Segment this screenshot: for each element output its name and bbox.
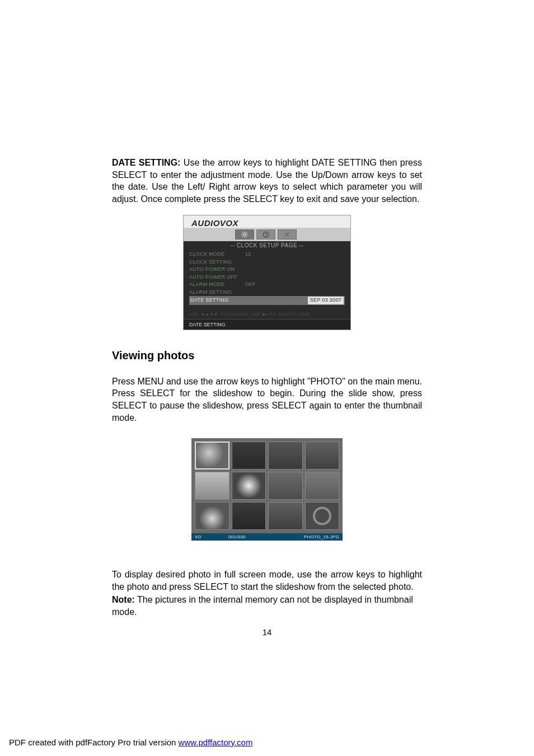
svg-line-7 <box>242 236 243 237</box>
page-number: 14 <box>112 627 422 637</box>
note-paragraph: Note: The pictures in the internal memor… <box>112 594 422 618</box>
menu-row: ALARM SETTING <box>189 289 345 297</box>
date-setting-heading: DATE SETTING: <box>112 158 180 167</box>
screenshot-title: -- CLOCK SETUP PAGE -- <box>184 241 350 250</box>
thumbnail <box>232 472 266 500</box>
menu-row: AUTO POWER ON <box>189 266 345 274</box>
thumbnail-selected <box>195 442 229 469</box>
thumbnail <box>268 472 303 500</box>
footer-prefix: PDF created with pdfFactory Pro trial ve… <box>9 738 179 747</box>
menu-row: CLOCK SETTING <box>189 259 345 266</box>
figure-2-wrap: XD 001/030 PHOTO_15.JPG <box>112 438 422 541</box>
viewing-photos-paragraph: Press MENU and use the arrow keys to hig… <box>112 375 422 424</box>
status-left: XD <box>195 534 202 539</box>
status-counter: 001/030 <box>202 534 304 539</box>
svg-point-0 <box>243 233 246 236</box>
note-label: Note: <box>112 595 135 604</box>
menu-row-selected: DATE SETTING SEP 03 2007 <box>189 296 345 305</box>
menu-row: CLOCK MODE12 <box>189 251 345 259</box>
selected-value: SEP 03 2007 <box>308 297 344 304</box>
date-setting-paragraph: DATE SETTING: Use the arrow keys to high… <box>112 157 422 205</box>
svg-line-5 <box>242 232 243 233</box>
fullscreen-paragraph: To display desired photo in full screen … <box>112 569 422 593</box>
figure-1-wrap: AUDIOVOX -- CLOCK SETUP PAGE -- CLOCK MO… <box>112 215 422 330</box>
screenshot-header: AUDIOVOX <box>184 215 350 228</box>
thumbnail <box>305 472 340 500</box>
thumbnail <box>195 472 229 500</box>
clock-setup-screenshot: AUDIOVOX -- CLOCK SETUP PAGE -- CLOCK MO… <box>183 215 351 330</box>
svg-line-6 <box>246 236 247 237</box>
thumbnail <box>305 502 340 530</box>
screenshot-tabs <box>184 228 350 241</box>
thumbnail <box>305 442 340 469</box>
brand-logo: AUDIOVOX <box>191 218 238 228</box>
thumbnail <box>232 442 266 469</box>
thumbnail <box>268 502 303 530</box>
gear-icon <box>235 229 254 240</box>
thumbnail-grid <box>191 438 343 533</box>
screenshot-footer: DATE SETTING <box>184 319 350 330</box>
clock-icon <box>256 229 275 240</box>
menu-row: AUTO POWER OFF <box>189 274 345 281</box>
screenshot-hint: USE ◄▲▼► TO CHOOSE, USE ▶II TO SELECT IT… <box>184 308 350 319</box>
close-icon <box>278 229 297 240</box>
thumbnail <box>195 502 229 530</box>
document-page: DATE SETTING: Use the arrow keys to high… <box>0 0 534 756</box>
note-text: The pictures in the internal memory can … <box>112 595 413 617</box>
screenshot-menu-list: CLOCK MODE12 CLOCK SETTING AUTO POWER ON… <box>184 250 350 308</box>
thumbnail <box>268 442 303 469</box>
status-filename: PHOTO_15.JPG <box>304 534 339 539</box>
thumbnail-grid-screenshot: XD 001/030 PHOTO_15.JPG <box>191 438 343 541</box>
menu-row: ALARM MODEOFF <box>189 281 345 289</box>
pdf-footer: PDF created with pdfFactory Pro trial ve… <box>9 738 252 747</box>
viewing-photos-heading: Viewing photos <box>112 349 422 362</box>
thumbnail <box>232 502 266 530</box>
footer-link[interactable]: www.pdffactory.com <box>179 738 253 747</box>
svg-line-8 <box>246 232 247 233</box>
thumbnail-status-bar: XD 001/030 PHOTO_15.JPG <box>191 533 343 541</box>
